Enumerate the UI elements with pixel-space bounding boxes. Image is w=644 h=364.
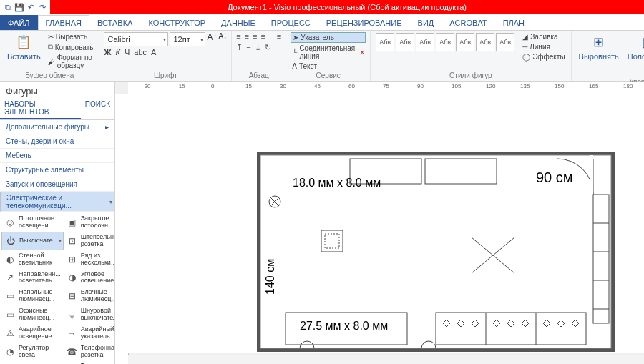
style-swatch[interactable]: Абв xyxy=(376,33,394,51)
connector-icon: └ xyxy=(292,49,297,56)
ruler-mark: -30 xyxy=(142,83,151,89)
shape-label: Шнуровой выключатель xyxy=(81,308,114,322)
fill-button[interactable]: ◢Заливка xyxy=(521,32,566,41)
valign-mid-icon[interactable]: ≡ xyxy=(246,43,250,52)
tab-insert[interactable]: ВСТАВКА xyxy=(89,15,140,30)
copy-button[interactable]: ⧉Копировать xyxy=(47,42,95,52)
stencil-item[interactable]: 📺Телевизио... розетка xyxy=(64,360,114,364)
paste-button[interactable]: 📋Вставить xyxy=(4,32,44,62)
text-tool[interactable]: AТекст xyxy=(291,62,366,71)
stencil-item[interactable]: ◎Потолочное освещени... xyxy=(1,213,64,232)
category-walls[interactable]: Стены, двери и окна xyxy=(0,134,114,149)
style-swatch[interactable]: Абв xyxy=(396,33,414,51)
close-icon[interactable]: × xyxy=(360,49,364,56)
tab-review[interactable]: РЕЦЕНЗИРОВАНИЕ xyxy=(318,15,410,30)
shape-icon: ⊞ xyxy=(67,254,78,265)
stencil-item[interactable]: ⚠Аварийное освещение xyxy=(1,324,64,343)
style-swatch[interactable]: Абв xyxy=(456,33,474,51)
tab-file[interactable]: ФАЙЛ xyxy=(0,15,38,30)
ruler-mark: 120 xyxy=(486,83,495,89)
bold-button[interactable]: Ж xyxy=(104,48,111,56)
valign-top-icon[interactable]: ⤒ xyxy=(236,43,243,52)
position-button[interactable]: ◫Положение xyxy=(625,32,644,62)
style-swatch[interactable]: Абв xyxy=(416,33,434,51)
style-swatch[interactable]: Абв xyxy=(436,33,454,51)
drawing-canvas[interactable]: 18.0 мм x 8.0 мм 27.5 мм x 8.0 мм 140 см… xyxy=(128,94,644,353)
svg-rect-3 xyxy=(425,159,497,184)
tab-designer[interactable]: КОНСТРУКТОР xyxy=(140,15,213,30)
align-left-icon[interactable]: ≡ xyxy=(236,32,240,41)
tab-data[interactable]: ДАННЫЕ xyxy=(213,15,263,30)
category-alarm[interactable]: Запуск и оповещения xyxy=(0,177,114,192)
category-electrical[interactable]: Электрические и телекоммуникаци... xyxy=(0,192,114,212)
stencil-item[interactable]: ⏻Выключате... xyxy=(1,232,64,250)
format-painter-button[interactable]: 🖌Формат по образцу xyxy=(47,53,95,70)
increase-font-icon[interactable]: A↑ xyxy=(207,32,217,46)
ruler-mark: 180 xyxy=(623,83,633,89)
bucket-icon: ◢ xyxy=(522,33,528,41)
effects-button[interactable]: ◯Эффекты xyxy=(521,52,566,62)
shape-label: Выключате... xyxy=(19,237,58,245)
stencil-item[interactable]: ↗Направленн... осветитель xyxy=(1,269,64,287)
tab-process[interactable]: ПРОЦЕСС xyxy=(263,15,318,30)
stencil-item[interactable]: ⊞Ряд из нескольки... xyxy=(64,250,114,269)
align-button[interactable]: ⊞Выровнять xyxy=(576,32,622,62)
connector-tool[interactable]: └Соединительная линия× xyxy=(291,44,366,61)
stencil-item[interactable]: ▭Офисные люминесц... xyxy=(1,305,64,324)
ruler-mark: 45 xyxy=(314,83,321,89)
shapes-panel: Фигуры НАБОРЫ ЭЛЕМЕНТОВ ПОИСК Дополнител… xyxy=(0,82,115,364)
strike-button[interactable]: abc xyxy=(134,48,147,56)
font-name-select[interactable]: Calibri xyxy=(104,32,168,46)
stencil-item[interactable]: ◐Стенной светильник xyxy=(1,250,64,269)
tools-group-label: Сервис xyxy=(291,72,366,79)
save-icon[interactable]: 💾 xyxy=(14,2,24,12)
tab-stencils[interactable]: НАБОРЫ ЭЛЕМЕНТОВ xyxy=(0,98,81,119)
tab-search[interactable]: ПОИСК xyxy=(81,98,114,119)
stencil-item[interactable]: ▣Закрытое потолочн... xyxy=(64,213,114,232)
align-center-icon[interactable]: ≡ xyxy=(245,32,249,41)
category-structural[interactable]: Структурные элементы xyxy=(0,163,114,177)
stencil-item[interactable]: ▭Напольные люминесц... xyxy=(1,287,64,305)
stencil-item[interactable]: ◔Регулятор света xyxy=(1,343,64,361)
justify-icon[interactable]: ≡ xyxy=(260,32,265,41)
tab-plan[interactable]: ПЛАН xyxy=(495,15,532,30)
valign-bot-icon[interactable]: ⤓ xyxy=(255,43,261,52)
tab-acrobat[interactable]: ACROBAT xyxy=(441,15,494,30)
stencil-item[interactable]: ◑Угловое освещение xyxy=(64,269,114,287)
style-gallery[interactable]: Абв Абв Абв Абв Абв Абв Абв xyxy=(375,32,515,52)
ribbon-tabs: ФАЙЛ ГЛАВНАЯ ВСТАВКА КОНСТРУКТОР ДАННЫЕ … xyxy=(0,14,644,31)
stencil-item[interactable]: ⊟Блочные люминесц... xyxy=(64,287,114,305)
font-group-label: Шрифт xyxy=(104,72,227,79)
horizontal-scrollbar[interactable] xyxy=(128,355,644,364)
align-right-icon[interactable]: ≡ xyxy=(253,32,257,41)
pointer-icon: ➤ xyxy=(293,34,298,41)
vertical-ruler xyxy=(115,94,129,364)
underline-button[interactable]: Ч xyxy=(125,48,130,56)
tab-home[interactable]: ГЛАВНАЯ xyxy=(38,15,89,30)
undo-icon[interactable]: ↶ xyxy=(26,2,36,12)
bullets-icon[interactable]: ⋮≡ xyxy=(269,32,281,41)
font-color-button[interactable]: A xyxy=(151,48,156,56)
ruler-mark: 90 xyxy=(417,83,424,89)
pointer-tool[interactable]: ➤Указатель xyxy=(291,32,366,43)
style-swatch[interactable]: Абв xyxy=(496,33,514,51)
stencil-item[interactable]: ⏚Шнуровой выключатель xyxy=(64,305,114,324)
line-button[interactable]: ─Линия xyxy=(521,42,566,51)
cut-button[interactable]: ✂Вырезать xyxy=(47,32,95,41)
category-furniture[interactable]: Мебель xyxy=(0,149,114,163)
style-swatch[interactable]: Абв xyxy=(476,33,494,51)
redo-icon[interactable]: ↷ xyxy=(37,2,47,12)
rotate-icon[interactable]: ↻ xyxy=(265,43,271,52)
decrease-font-icon[interactable]: A↓ xyxy=(219,32,228,46)
category-more[interactable]: Дополнительные фигуры ▸ xyxy=(0,120,114,134)
tab-view[interactable]: ВИД xyxy=(410,15,442,30)
svg-rect-18 xyxy=(436,313,586,345)
italic-button[interactable]: К xyxy=(115,48,119,56)
stencil-item[interactable]: ⊡Штепсельная розетка xyxy=(64,232,114,250)
stencil-item[interactable]: ☎Телефонная розетка xyxy=(64,343,114,361)
font-size-select[interactable]: 12пт xyxy=(170,32,205,46)
stencil-item[interactable]: →Аварийный указатель xyxy=(64,324,114,343)
shape-label: Угловое освещение xyxy=(81,271,114,285)
shape-label: Ряд из нескольки... xyxy=(81,252,114,267)
stencil-item[interactable]: 📻Радиорозет... xyxy=(1,360,64,364)
